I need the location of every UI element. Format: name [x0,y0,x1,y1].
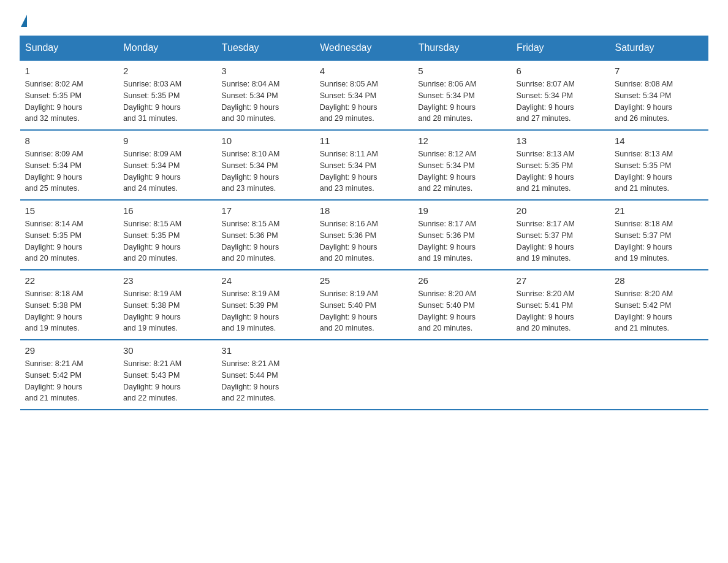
calendar-cell [512,340,610,410]
day-number: 30 [123,345,211,356]
day-info: Sunrise: 8:14 AM Sunset: 5:35 PM Dayligh… [25,218,113,264]
day-number: 3 [221,66,309,76]
day-number: 13 [517,136,605,146]
day-number: 5 [418,66,506,76]
calendar-cell: 10 Sunrise: 8:10 AM Sunset: 5:34 PM Dayl… [216,130,314,200]
day-info: Sunrise: 8:02 AM Sunset: 5:35 PM Dayligh… [25,79,113,124]
day-info: Sunrise: 8:21 AM Sunset: 5:42 PM Dayligh… [25,358,113,404]
day-number: 7 [615,66,703,76]
calendar-cell: 28 Sunrise: 8:20 AM Sunset: 5:42 PM Dayl… [610,270,708,340]
calendar-cell: 27 Sunrise: 8:20 AM Sunset: 5:41 PM Dayl… [512,270,610,340]
day-number: 15 [25,205,113,216]
day-info: Sunrise: 8:11 AM Sunset: 5:34 PM Dayligh… [320,148,408,194]
calendar-week-row: 8 Sunrise: 8:09 AM Sunset: 5:34 PM Dayli… [20,130,708,200]
calendar-cell [413,340,511,410]
day-info: Sunrise: 8:20 AM Sunset: 5:41 PM Dayligh… [517,288,605,334]
day-number: 26 [418,275,506,286]
calendar-cell: 5 Sunrise: 8:06 AM Sunset: 5:34 PM Dayli… [413,60,511,130]
calendar-cell: 2 Sunrise: 8:03 AM Sunset: 5:35 PM Dayli… [118,60,216,130]
day-number: 27 [517,275,605,286]
day-number: 20 [517,205,605,216]
calendar-cell: 20 Sunrise: 8:17 AM Sunset: 5:37 PM Dayl… [512,200,610,270]
calendar-week-row: 1 Sunrise: 8:02 AM Sunset: 5:35 PM Dayli… [20,60,708,130]
calendar-week-row: 29 Sunrise: 8:21 AM Sunset: 5:42 PM Dayl… [20,340,708,410]
calendar-cell: 26 Sunrise: 8:20 AM Sunset: 5:40 PM Dayl… [413,270,511,340]
day-info: Sunrise: 8:13 AM Sunset: 5:35 PM Dayligh… [517,148,605,194]
day-info: Sunrise: 8:21 AM Sunset: 5:44 PM Dayligh… [221,358,309,404]
calendar-table: SundayMondayTuesdayWednesdayThursdayFrid… [20,36,708,410]
calendar-cell: 21 Sunrise: 8:18 AM Sunset: 5:37 PM Dayl… [610,200,708,270]
calendar-cell: 9 Sunrise: 8:09 AM Sunset: 5:34 PM Dayli… [118,130,216,200]
calendar-header-row: SundayMondayTuesdayWednesdayThursdayFrid… [20,36,708,61]
day-info: Sunrise: 8:08 AM Sunset: 5:34 PM Dayligh… [615,79,703,124]
day-number: 23 [123,275,211,286]
calendar-cell: 3 Sunrise: 8:04 AM Sunset: 5:34 PM Dayli… [216,60,314,130]
day-number: 4 [320,66,408,76]
logo [20,15,28,25]
day-number: 18 [320,205,408,216]
day-number: 16 [123,205,211,216]
day-number: 1 [25,66,113,76]
day-number: 11 [320,136,408,146]
logo-triangle-icon [21,15,27,27]
calendar-cell: 7 Sunrise: 8:08 AM Sunset: 5:34 PM Dayli… [610,60,708,130]
calendar-cell [610,340,708,410]
column-header-thursday: Thursday [413,36,511,61]
column-header-monday: Monday [118,36,216,61]
day-info: Sunrise: 8:05 AM Sunset: 5:34 PM Dayligh… [320,79,408,124]
day-info: Sunrise: 8:16 AM Sunset: 5:36 PM Dayligh… [320,218,408,264]
column-header-friday: Friday [512,36,610,61]
calendar-cell: 16 Sunrise: 8:15 AM Sunset: 5:35 PM Dayl… [118,200,216,270]
calendar-cell: 19 Sunrise: 8:17 AM Sunset: 5:36 PM Dayl… [413,200,511,270]
day-info: Sunrise: 8:17 AM Sunset: 5:37 PM Dayligh… [517,218,605,264]
day-number: 22 [25,275,113,286]
day-info: Sunrise: 8:15 AM Sunset: 5:35 PM Dayligh… [123,218,211,264]
day-number: 21 [615,205,703,216]
day-number: 25 [320,275,408,286]
calendar-cell: 8 Sunrise: 8:09 AM Sunset: 5:34 PM Dayli… [20,130,118,200]
day-info: Sunrise: 8:19 AM Sunset: 5:40 PM Dayligh… [320,288,408,334]
day-number: 6 [517,66,605,76]
day-info: Sunrise: 8:10 AM Sunset: 5:34 PM Dayligh… [221,148,309,194]
calendar-cell: 13 Sunrise: 8:13 AM Sunset: 5:35 PM Dayl… [512,130,610,200]
day-info: Sunrise: 8:03 AM Sunset: 5:35 PM Dayligh… [123,79,211,124]
calendar-week-row: 22 Sunrise: 8:18 AM Sunset: 5:38 PM Dayl… [20,270,708,340]
calendar-cell: 17 Sunrise: 8:15 AM Sunset: 5:36 PM Dayl… [216,200,314,270]
column-header-tuesday: Tuesday [216,36,314,61]
day-info: Sunrise: 8:06 AM Sunset: 5:34 PM Dayligh… [418,79,506,124]
column-header-saturday: Saturday [610,36,708,61]
calendar-cell: 30 Sunrise: 8:21 AM Sunset: 5:43 PM Dayl… [118,340,216,410]
calendar-cell: 23 Sunrise: 8:19 AM Sunset: 5:38 PM Dayl… [118,270,216,340]
day-info: Sunrise: 8:20 AM Sunset: 5:40 PM Dayligh… [418,288,506,334]
calendar-cell: 18 Sunrise: 8:16 AM Sunset: 5:36 PM Dayl… [315,200,413,270]
day-info: Sunrise: 8:20 AM Sunset: 5:42 PM Dayligh… [615,288,703,334]
day-info: Sunrise: 8:19 AM Sunset: 5:39 PM Dayligh… [221,288,309,334]
day-info: Sunrise: 8:12 AM Sunset: 5:34 PM Dayligh… [418,148,506,194]
calendar-cell: 31 Sunrise: 8:21 AM Sunset: 5:44 PM Dayl… [216,340,314,410]
day-number: 31 [221,345,309,356]
calendar-cell: 15 Sunrise: 8:14 AM Sunset: 5:35 PM Dayl… [20,200,118,270]
calendar-cell: 11 Sunrise: 8:11 AM Sunset: 5:34 PM Dayl… [315,130,413,200]
calendar-cell: 14 Sunrise: 8:13 AM Sunset: 5:35 PM Dayl… [610,130,708,200]
day-number: 29 [25,345,113,356]
calendar-cell: 25 Sunrise: 8:19 AM Sunset: 5:40 PM Dayl… [315,270,413,340]
day-info: Sunrise: 8:15 AM Sunset: 5:36 PM Dayligh… [221,218,309,264]
calendar-cell: 6 Sunrise: 8:07 AM Sunset: 5:34 PM Dayli… [512,60,610,130]
column-header-sunday: Sunday [20,36,118,61]
calendar-cell: 22 Sunrise: 8:18 AM Sunset: 5:38 PM Dayl… [20,270,118,340]
day-number: 14 [615,136,703,146]
day-info: Sunrise: 8:19 AM Sunset: 5:38 PM Dayligh… [123,288,211,334]
day-number: 10 [221,136,309,146]
calendar-cell: 4 Sunrise: 8:05 AM Sunset: 5:34 PM Dayli… [315,60,413,130]
day-info: Sunrise: 8:21 AM Sunset: 5:43 PM Dayligh… [123,358,211,404]
calendar-cell: 24 Sunrise: 8:19 AM Sunset: 5:39 PM Dayl… [216,270,314,340]
day-info: Sunrise: 8:09 AM Sunset: 5:34 PM Dayligh… [25,148,113,194]
day-info: Sunrise: 8:04 AM Sunset: 5:34 PM Dayligh… [221,79,309,124]
calendar-cell: 29 Sunrise: 8:21 AM Sunset: 5:42 PM Dayl… [20,340,118,410]
day-number: 19 [418,205,506,216]
day-info: Sunrise: 8:18 AM Sunset: 5:37 PM Dayligh… [615,218,703,264]
day-number: 2 [123,66,211,76]
day-number: 28 [615,275,703,286]
calendar-cell: 1 Sunrise: 8:02 AM Sunset: 5:35 PM Dayli… [20,60,118,130]
day-info: Sunrise: 8:18 AM Sunset: 5:38 PM Dayligh… [25,288,113,334]
